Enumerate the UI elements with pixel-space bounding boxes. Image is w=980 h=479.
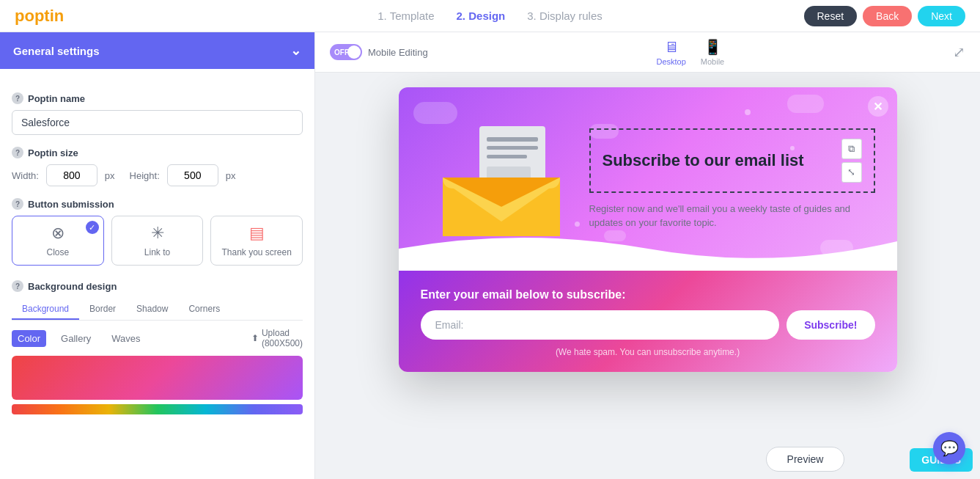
- dot-3: [575, 222, 580, 227]
- popup-close-button[interactable]: ✕: [868, 96, 888, 117]
- popup-top: Subscribe to our email list ⧉ ⤡ Register…: [399, 87, 897, 271]
- subscribe-button[interactable]: Subscribe!: [786, 310, 874, 340]
- close-circle-icon: ⊗: [51, 224, 65, 243]
- cloud-3: [787, 95, 824, 113]
- step3-label[interactable]: 3. Display rules: [527, 10, 603, 22]
- button-submission-label: Button submission: [28, 199, 114, 210]
- settings-header[interactable]: General settings ⌄: [0, 32, 314, 69]
- popup-title: Subscribe to our email list: [603, 151, 804, 170]
- help-icon-bg: ?: [12, 280, 23, 292]
- selected-check: ✓: [86, 221, 99, 234]
- desktop-label: Desktop: [656, 57, 685, 66]
- thanks-option[interactable]: ▤ Thank you screen: [210, 216, 303, 266]
- settings-title: General settings: [13, 45, 100, 57]
- close-label: Close: [46, 247, 69, 257]
- thanks-icon: ▤: [249, 224, 265, 243]
- width-input[interactable]: [46, 164, 97, 186]
- mobile-editing-section: OFF Mobile Editing: [330, 44, 428, 60]
- height-input[interactable]: [167, 164, 218, 186]
- mobile-label: Mobile: [701, 57, 724, 66]
- cloud-1: [413, 102, 457, 124]
- poptin-name-section: ? Poptin name: [12, 92, 303, 104]
- tab-corners[interactable]: Corners: [178, 299, 230, 320]
- popup-form: Email: Subscribe!: [421, 310, 875, 340]
- thanks-label: Thank you screen: [221, 247, 291, 257]
- mobile-tab[interactable]: 📱 Mobile: [701, 38, 724, 66]
- mobile-icon: 📱: [704, 38, 722, 56]
- width-label: Width:: [12, 170, 39, 181]
- upload-icon: ⬆: [251, 333, 259, 343]
- height-label: Height:: [130, 170, 160, 181]
- close-option[interactable]: ✓ ⊗ Close: [12, 216, 104, 266]
- left-panel: General settings ⌄ ? Poptin name ? Popti…: [0, 32, 315, 479]
- poptin-size-label: Poptin size: [28, 147, 78, 158]
- width-px: px: [105, 170, 115, 181]
- tab-background[interactable]: Background: [12, 299, 79, 320]
- chat-bubble[interactable]: 💬: [933, 432, 965, 464]
- logo-text: poptin: [15, 7, 64, 25]
- email-input-preview[interactable]: Email:: [421, 310, 780, 340]
- size-row: Width: px Height: px: [12, 164, 303, 186]
- bottom-bar: Preview GUIDES: [630, 439, 980, 479]
- poptin-name-label: Poptin name: [28, 93, 85, 104]
- link-label: Link to: [144, 247, 170, 257]
- mobile-toggle[interactable]: OFF: [330, 44, 362, 60]
- settings-body: ? Poptin name ? Poptin size Width: px He…: [0, 69, 314, 426]
- link-icon: ✳: [151, 224, 164, 243]
- toggle-knob: [347, 45, 361, 59]
- svg-rect-1: [487, 137, 538, 142]
- svg-rect-3: [487, 155, 527, 158]
- desktop-tab[interactable]: 🖥 Desktop: [656, 39, 685, 66]
- preview-toolbar: OFF Mobile Editing 🖥 Desktop 📱 Mobile ⤢: [315, 32, 980, 73]
- tab-border[interactable]: Border: [79, 299, 126, 320]
- link-option[interactable]: ✳ Link to: [111, 216, 204, 266]
- envelope-svg: [428, 111, 575, 244]
- color-tab[interactable]: Color: [12, 330, 46, 347]
- spam-note: (We hate spam. You can unsubscribe anyti…: [421, 347, 875, 357]
- button-submission-section: ? Button submission: [12, 198, 303, 210]
- preview-button[interactable]: Preview: [766, 447, 845, 472]
- next-button[interactable]: Next: [918, 6, 965, 26]
- color-gradient-box[interactable]: [12, 356, 303, 400]
- resize-button[interactable]: ⤡: [841, 162, 862, 183]
- poptin-name-input[interactable]: [12, 110, 303, 135]
- mobile-editing-label: Mobile Editing: [368, 47, 428, 58]
- device-tabs: 🖥 Desktop 📱 Mobile: [656, 38, 724, 66]
- title-action-buttons: ⧉ ⤡: [841, 139, 862, 183]
- copy-button[interactable]: ⧉: [841, 139, 862, 159]
- upload-button[interactable]: ⬆ Upload (800X500): [251, 328, 303, 348]
- logo: poptin: [15, 7, 64, 26]
- step2-label[interactable]: 2. Design: [457, 10, 506, 22]
- back-button[interactable]: Back: [863, 6, 912, 26]
- rainbow-bar[interactable]: [12, 404, 303, 414]
- preview-area: Subscribe to our email list ⧉ ⤡ Register…: [315, 73, 980, 479]
- popup-title-box[interactable]: Subscribe to our email list ⧉ ⤡: [589, 128, 875, 193]
- popup-bottom: Enter your email below to subscribe: Ema…: [399, 271, 897, 372]
- bg-design-section: ? Background design: [12, 280, 303, 292]
- main-layout: General settings ⌄ ? Poptin name ? Popti…: [0, 32, 980, 479]
- right-panel: OFF Mobile Editing 🖥 Desktop 📱 Mobile ⤢: [315, 32, 980, 479]
- popup-content: Subscribe to our email list ⧉ ⤡ Register…: [589, 114, 897, 245]
- popup-bottom-title: Enter your email below to subscribe:: [421, 288, 875, 301]
- poptin-size-section: ? Poptin size: [12, 147, 303, 158]
- help-icon-size: ?: [12, 147, 23, 158]
- help-icon-btn: ?: [12, 198, 23, 210]
- svg-rect-2: [487, 146, 538, 150]
- toggle-label: OFF: [330, 48, 349, 56]
- bg-design-label: Background design: [28, 281, 117, 292]
- top-nav: poptin 1. Template 2. Design 3. Display …: [0, 0, 980, 32]
- desktop-icon: 🖥: [664, 39, 679, 56]
- popup-preview: Subscribe to our email list ⧉ ⤡ Register…: [399, 87, 897, 372]
- waves-tab[interactable]: Waves: [106, 330, 146, 347]
- color-type-tabs: Color Gallery Waves ⬆ Upload (800X500): [12, 328, 303, 348]
- nav-steps: 1. Template 2. Design 3. Display rules: [377, 10, 603, 22]
- button-options: ✓ ⊗ Close ✳ Link to ▤ Thank you screen: [12, 216, 303, 266]
- expand-icon[interactable]: ⤢: [953, 43, 965, 61]
- tab-shadow[interactable]: Shadow: [126, 299, 178, 320]
- nav-buttons: Reset Back Next: [804, 6, 966, 26]
- gallery-tab[interactable]: Gallery: [55, 330, 97, 347]
- bg-design-tabs: Background Border Shadow Corners: [12, 299, 303, 321]
- step1-label[interactable]: 1. Template: [377, 10, 434, 22]
- upload-label: Upload (800X500): [262, 328, 303, 348]
- reset-button[interactable]: Reset: [804, 6, 858, 26]
